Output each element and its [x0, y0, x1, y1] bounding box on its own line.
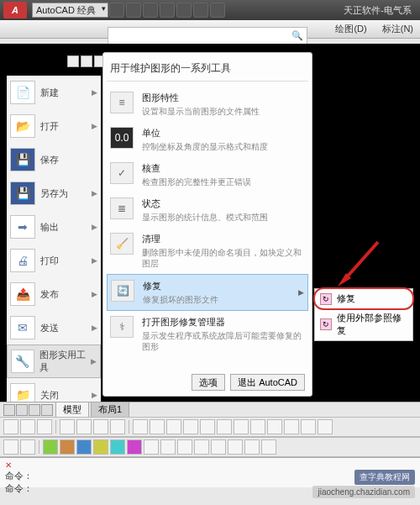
item-properties[interactable]: ≡图形特性设置和显示当前图形的文件属性: [107, 87, 308, 122]
qat-icon[interactable]: [176, 3, 192, 18]
options-button[interactable]: 选项: [192, 374, 225, 391]
tab-last-icon[interactable]: [41, 404, 53, 416]
search-icon[interactable]: 🔍: [291, 30, 303, 41]
tool-icon[interactable]: [301, 419, 316, 434]
tab-prev-icon[interactable]: [16, 404, 28, 416]
menu-open[interactable]: 📂打开▶: [7, 109, 101, 143]
tool-icon[interactable]: [60, 419, 75, 434]
tool-icon[interactable]: [217, 419, 232, 434]
menu-send[interactable]: ✉发送▶: [7, 311, 101, 345]
tool-icon[interactable]: [160, 439, 176, 455]
menu-new[interactable]: 📄新建▶: [7, 76, 101, 109]
item-recovery-manager[interactable]: ⚕打开图形修复管理器显示发生程序或系统故障后可能需要修复的图形: [107, 311, 308, 357]
workspace-dropdown[interactable]: AutoCAD 经典: [32, 3, 108, 18]
menu-draw[interactable]: 绘图(D): [335, 23, 366, 35]
menu-print[interactable]: 🖨打印▶: [7, 244, 101, 277]
tool-icon[interactable]: [3, 419, 18, 434]
flyout-recover-xref[interactable]: ↻使用外部参照修复: [315, 308, 412, 340]
qat-icon[interactable]: [160, 3, 175, 18]
panel-title: 用于维护图形的一系列工具: [107, 61, 308, 82]
item-purge[interactable]: 🧹清理删除图形中未使用的命名项目，如块定义和图层: [107, 228, 308, 274]
toolbar-1: [0, 417, 420, 437]
app-icon[interactable]: A: [3, 2, 27, 18]
layout-tabs: 模型 布局1: [0, 402, 420, 417]
tool-icon[interactable]: [127, 439, 142, 455]
tool-icon[interactable]: [133, 419, 148, 434]
tool-icon[interactable]: [110, 419, 125, 434]
purge-icon: 🧹: [110, 233, 134, 255]
menu-annotate[interactable]: 标注(N): [382, 23, 413, 35]
menu-export[interactable]: ➡输出▶: [7, 210, 101, 244]
qat-icon[interactable]: [126, 3, 141, 18]
tool-icon[interactable]: [76, 439, 92, 455]
window-title: 天正软件-电气系: [344, 4, 417, 17]
view-toggle-icons[interactable]: [67, 55, 106, 67]
send-icon: ✉: [10, 316, 35, 339]
tool-icon[interactable]: [3, 439, 18, 455]
item-audit[interactable]: ✓核查检查图形的完整性并更正错误: [107, 157, 308, 192]
item-recover[interactable]: 🔄修复修复损坏的图形文件▶: [107, 274, 308, 311]
tab-next-icon[interactable]: [29, 404, 40, 416]
audit-icon: ✓: [110, 162, 134, 184]
wrench-icon: 🔧: [11, 350, 34, 373]
tool-icon[interactable]: [166, 419, 181, 434]
tool-icon[interactable]: [244, 439, 260, 455]
chevron-right-icon: ▶: [298, 288, 304, 297]
item-units[interactable]: 0.0单位控制坐标及角度的显示格式和精度: [107, 122, 308, 157]
menu-saveas[interactable]: 💾另存为▶: [7, 176, 101, 210]
tool-icon[interactable]: [183, 419, 198, 434]
tool-icon[interactable]: [60, 439, 75, 455]
tool-icon[interactable]: [93, 439, 108, 455]
recover-icon: ↻: [320, 293, 332, 305]
utilities-panel: 用于维护图形的一系列工具 ≡图形特性设置和显示当前图形的文件属性 0.0单位控制…: [102, 52, 312, 397]
recover-flyout: ↻修复 ↻使用外部参照修复: [314, 288, 413, 341]
tool-icon[interactable]: [284, 419, 299, 434]
tool-icon[interactable]: [261, 439, 276, 455]
tool-icon[interactable]: [110, 439, 125, 455]
menu-publish[interactable]: 📤发布▶: [7, 277, 101, 311]
tool-icon[interactable]: [150, 419, 165, 434]
watermark: 查字典教程网: [354, 470, 415, 485]
open-icon: 📂: [10, 114, 35, 138]
save-icon: 💾: [10, 148, 35, 171]
export-icon: ➡: [10, 215, 35, 239]
tool-icon[interactable]: [318, 419, 333, 434]
flyout-recover[interactable]: ↻修复: [315, 289, 412, 308]
tool-icon[interactable]: [37, 419, 52, 434]
publish-icon: 📤: [10, 282, 35, 306]
tool-icon[interactable]: [93, 419, 108, 434]
properties-icon: ≡: [110, 92, 134, 113]
recover-xref-icon: ↻: [320, 318, 332, 330]
tool-icon[interactable]: [20, 439, 35, 455]
qat-icon[interactable]: [143, 3, 158, 18]
new-icon: 📄: [10, 81, 35, 104]
qat-icon[interactable]: [193, 3, 208, 18]
tool-icon[interactable]: [267, 419, 282, 434]
tab-first-icon[interactable]: [3, 404, 15, 416]
tool-icon[interactable]: [234, 419, 249, 434]
tab-model[interactable]: 模型: [55, 402, 89, 418]
tab-layout1[interactable]: 布局1: [91, 402, 129, 418]
tool-icon[interactable]: [177, 439, 192, 455]
tool-icon[interactable]: [194, 439, 209, 455]
tool-icon[interactable]: [200, 419, 215, 434]
menu-drawing-utilities[interactable]: 🔧图形实用工具▶: [7, 345, 101, 378]
tool-icon[interactable]: [144, 439, 159, 455]
recovery-mgr-icon: ⚕: [110, 316, 134, 338]
tool-icon[interactable]: [211, 439, 226, 455]
tool-icon[interactable]: [43, 439, 58, 455]
item-status[interactable]: ≣状态显示图形的统计信息、模式和范围: [107, 192, 308, 228]
recover-icon: 🔄: [111, 280, 134, 302]
tool-icon[interactable]: [250, 419, 265, 434]
qat-icon[interactable]: [210, 3, 225, 18]
menu-save[interactable]: 💾保存: [7, 143, 101, 176]
tool-icon[interactable]: [20, 419, 35, 434]
app-menu-left: 📄新建▶ 📂打开▶ 💾保存 💾另存为▶ ➡输出▶ 🖨打印▶ 📤发布▶ ✉发送▶ …: [7, 76, 101, 412]
tool-icon[interactable]: [228, 439, 243, 455]
print-icon: 🖨: [10, 249, 35, 272]
tool-icon[interactable]: [76, 419, 92, 434]
search-input[interactable]: 🔍: [108, 27, 307, 45]
status-icon: ≣: [110, 197, 134, 219]
exit-button[interactable]: 退出 AutoCAD: [230, 374, 305, 391]
qat-icon[interactable]: [109, 3, 124, 18]
